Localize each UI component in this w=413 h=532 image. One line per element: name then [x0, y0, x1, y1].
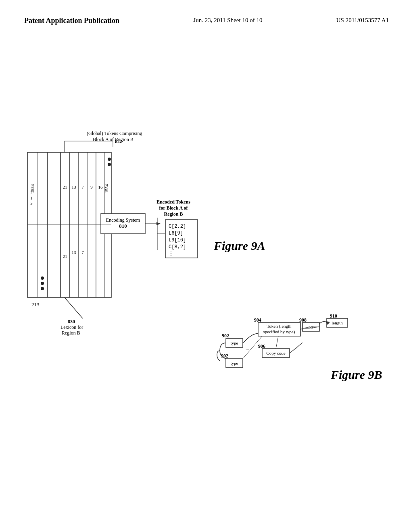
svg-text:C[8,2]: C[8,2] — [169, 244, 186, 250]
svg-point-14 — [41, 282, 44, 285]
diagram-area: 2 1 3 1554 21 13 7 13 7 9 16 1554 21 213 — [20, 64, 407, 468]
svg-rect-60 — [258, 322, 300, 336]
svg-marker-80 — [326, 321, 330, 325]
svg-marker-44 — [156, 222, 161, 225]
svg-text:7: 7 — [81, 185, 84, 189]
svg-text:906: 906 — [258, 343, 265, 349]
page-header: Patent Application Publication Jun. 23, … — [0, 0, 413, 25]
svg-text:Figure 9B: Figure 9B — [330, 368, 382, 381]
patent-number: US 2011/0153577 A1 — [336, 16, 389, 24]
svg-text:213: 213 — [31, 301, 40, 308]
svg-rect-50 — [165, 220, 198, 258]
svg-text:Region B: Region B — [62, 330, 80, 336]
svg-text:902: 902 — [222, 333, 229, 339]
svg-text:16: 16 — [98, 185, 103, 189]
svg-point-13 — [41, 276, 44, 280]
svg-text:(Global) Tokens Comprising: (Global) Tokens Comprising — [87, 131, 142, 136]
svg-text:for Block A of: for Block A of — [159, 205, 188, 211]
svg-rect-0 — [27, 152, 111, 297]
svg-text:C[2,2]: C[2,2] — [169, 224, 186, 229]
svg-text:Copy code: Copy code — [266, 351, 285, 355]
svg-text:Encoded Tokens: Encoded Tokens — [156, 199, 190, 205]
svg-text:1: 1 — [30, 195, 33, 200]
svg-text:3: 3 — [30, 201, 33, 206]
svg-text:13: 13 — [72, 250, 77, 255]
svg-line-67 — [243, 336, 262, 359]
svg-text:21: 21 — [63, 185, 67, 189]
publication-title: Patent Application Publication — [24, 16, 119, 25]
svg-text:length: length — [332, 320, 343, 325]
svg-rect-39 — [101, 214, 145, 234]
svg-point-15 — [41, 287, 44, 290]
svg-rect-69 — [262, 349, 290, 357]
svg-text:Encoding System: Encoding System — [106, 217, 140, 223]
svg-text:810: 810 — [119, 223, 127, 229]
svg-rect-73 — [302, 322, 319, 331]
svg-line-72 — [276, 336, 278, 349]
svg-rect-64 — [226, 359, 243, 368]
svg-line-29 — [65, 297, 83, 318]
svg-line-76 — [300, 327, 319, 329]
svg-text:⋮: ⋮ — [169, 251, 173, 257]
svg-text:L6[9]: L6[9] — [169, 231, 183, 236]
svg-line-82 — [290, 343, 302, 353]
svg-text:2: 2 — [30, 190, 33, 195]
svg-rect-77 — [327, 318, 348, 327]
svg-text:904: 904 — [254, 317, 261, 323]
svg-text:Figure 9A: Figure 9A — [213, 239, 265, 252]
svg-point-26 — [108, 158, 111, 161]
svg-text:ptr: ptr — [309, 324, 314, 329]
svg-text:908: 908 — [299, 317, 307, 323]
svg-text:902: 902 — [221, 353, 228, 359]
svg-text:830: 830 — [68, 319, 75, 324]
svg-text:Token (length: Token (length — [267, 324, 292, 329]
svg-text:21: 21 — [63, 254, 67, 259]
svg-text:Lexicon for: Lexicon for — [60, 324, 83, 330]
svg-text:1554: 1554 — [30, 184, 35, 193]
svg-text:Region B: Region B — [164, 211, 183, 217]
svg-text:=: = — [246, 346, 249, 352]
svg-text:910: 910 — [330, 313, 337, 319]
svg-rect-57 — [226, 339, 243, 347]
svg-text:type: type — [231, 361, 238, 366]
svg-text:822: 822 — [115, 139, 122, 144]
svg-text:1554: 1554 — [104, 184, 109, 193]
sheet-info: Jun. 23, 2011 Sheet 10 of 10 — [193, 16, 262, 24]
svg-text:9: 9 — [90, 185, 93, 189]
svg-text:specified by type): specified by type) — [263, 329, 295, 335]
svg-text:L9[16]: L9[16] — [169, 237, 186, 243]
diagram-svg: 2 1 3 1554 21 13 7 13 7 9 16 1554 21 213 — [20, 64, 407, 468]
svg-text:Block A of Region B: Block A of Region B — [93, 137, 133, 142]
svg-point-27 — [108, 163, 111, 166]
svg-text:type: type — [231, 341, 238, 345]
svg-text:13: 13 — [72, 185, 77, 189]
svg-text:7: 7 — [81, 250, 84, 255]
